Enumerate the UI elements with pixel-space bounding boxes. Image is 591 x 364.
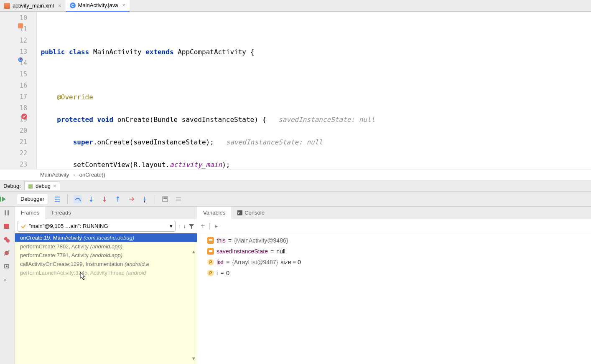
show-execution-point-icon[interactable]	[53, 195, 61, 203]
breadcrumb: MainActivity › onCreate()	[0, 169, 591, 180]
class-icon	[18, 23, 23, 29]
svg-marker-9	[143, 200, 146, 201]
resume-program-icon[interactable]	[0, 196, 15, 202]
debugger-tab[interactable]: Debugger	[17, 194, 48, 204]
svg-rect-11	[163, 197, 168, 202]
stop-icon[interactable]	[4, 223, 11, 231]
thread-selector[interactable]: "main"@9,105 …ain": RUNNING ▾	[18, 221, 176, 232]
more-icon[interactable]: »	[4, 277, 11, 284]
step-into-icon[interactable]	[87, 195, 95, 203]
scroll-down-icon[interactable]: ▾	[192, 355, 195, 361]
code-content[interactable]: public class MainActivity extends AppCom…	[37, 12, 591, 169]
debug-label: Debug:	[3, 183, 21, 189]
svg-marker-4	[2, 197, 6, 202]
console-tab[interactable]: Console	[231, 207, 270, 219]
evaluate-expression-icon[interactable]	[161, 195, 169, 203]
threads-tab[interactable]: Threads	[45, 207, 77, 219]
frame-item[interactable]: onCreate:19, MainActivity (com.lucashu.d…	[15, 233, 197, 242]
svg-rect-12	[163, 197, 167, 199]
variable-row[interactable]: P list = {ArrayList@9487} size = 0	[201, 257, 588, 268]
svg-rect-13	[5, 210, 6, 215]
close-icon[interactable]: ×	[58, 3, 61, 9]
object-icon	[207, 248, 214, 255]
run-to-cursor-icon[interactable]	[140, 195, 149, 203]
view-breakpoints-icon[interactable]	[4, 237, 11, 244]
svg-marker-5	[79, 200, 81, 202]
svg-rect-14	[8, 210, 9, 215]
svg-marker-8	[116, 196, 120, 198]
debug-panel-body: » Frames Threads "main"@9,105 …ain": RUN…	[0, 207, 591, 364]
breakpoint-icon[interactable]	[21, 113, 28, 120]
svg-point-17	[6, 239, 10, 243]
svg-rect-10	[144, 201, 145, 202]
file-tabs: activity_main.xml × C MainActivity.java …	[0, 0, 591, 12]
frame-item[interactable]: performCreate:7791, Activity (android.ap…	[15, 251, 197, 260]
tab-main-activity-java[interactable]: C MainActivity.java ×	[66, 0, 130, 12]
object-icon	[207, 237, 214, 244]
tab-label: MainActivity.java	[78, 2, 118, 8]
code-editor[interactable]: 1011121314151617181920212223242526272829…	[0, 12, 591, 169]
get-thread-dump-icon[interactable]	[4, 263, 11, 271]
frame-item[interactable]: performCreate:7802, Activity (android.ap…	[15, 242, 197, 251]
method-separator-icon	[18, 57, 23, 63]
svg-marker-7	[103, 200, 106, 202]
debug-toolbar: Debugger	[0, 192, 591, 207]
frame-item[interactable]: performLaunchActivity:3245, ActivityThre…	[15, 268, 197, 277]
prev-frame-icon[interactable]: ↑	[178, 223, 181, 229]
primitive-icon: P	[207, 259, 214, 265]
svg-point-21	[6, 265, 8, 267]
svg-rect-3	[0, 197, 1, 202]
trace-current-stream-chain-icon[interactable]	[174, 195, 183, 203]
svg-marker-6	[89, 200, 93, 202]
filter-icon[interactable]	[189, 223, 194, 229]
primitive-icon: P	[207, 270, 214, 276]
step-over-icon[interactable]	[74, 195, 82, 203]
frame-item[interactable]: callActivityOnCreate:1299, Instrumentati…	[15, 260, 197, 268]
variables-list: this = {MainActivity@9486} savedInstance…	[197, 233, 591, 364]
drop-frame-icon[interactable]	[127, 195, 135, 203]
force-step-into-icon[interactable]	[100, 195, 109, 203]
close-icon[interactable]: ×	[53, 183, 56, 189]
chevron-down-icon: ▾	[170, 223, 173, 229]
svg-marker-22	[189, 224, 194, 229]
variable-row[interactable]: P i = 0	[201, 268, 588, 278]
svg-rect-15	[4, 224, 9, 229]
variables-panel: Variables Console + │ ▸ this = {MainActi…	[197, 207, 591, 364]
scroll-up-icon[interactable]: ▴	[192, 248, 195, 255]
next-frame-icon[interactable]: ↓	[183, 223, 186, 229]
new-watch-icon[interactable]: +	[201, 222, 205, 230]
pause-program-icon[interactable]	[4, 210, 11, 217]
check-icon	[20, 223, 26, 229]
variable-row[interactable]: this = {MainActivity@9486}	[201, 235, 588, 246]
debug-left-rail: »	[0, 207, 15, 364]
mute-breakpoints-icon[interactable]	[4, 250, 11, 258]
tab-activity-main-xml[interactable]: activity_main.xml ×	[0, 0, 66, 12]
frames-list: onCreate:19, MainActivity (com.lucashu.d…	[15, 233, 197, 364]
console-icon	[237, 210, 243, 216]
variable-row[interactable]: savedInstanceState = null	[201, 246, 588, 257]
expand-icon[interactable]: ▸	[215, 223, 218, 229]
svg-rect-1	[18, 23, 23, 28]
frames-panel: Frames Threads "main"@9,105 …ain": RUNNI…	[15, 207, 197, 364]
debug-session-tab[interactable]: ▦ debug ×	[24, 181, 60, 190]
breadcrumb-method[interactable]: onCreate()	[79, 172, 105, 178]
line-number-gutter: 1011121314151617181920212223242526272829	[0, 12, 37, 169]
variables-tab[interactable]: Variables	[197, 207, 231, 219]
debug-tool-window-header: Debug: ▦ debug ×	[0, 180, 591, 192]
java-file-icon: C	[70, 3, 76, 8]
frames-tab[interactable]: Frames	[15, 207, 45, 219]
tab-label: activity_main.xml	[13, 3, 54, 9]
xml-file-icon	[4, 3, 10, 9]
android-icon: ▦	[28, 183, 33, 189]
step-out-icon[interactable]	[114, 195, 122, 203]
close-icon[interactable]: ×	[122, 2, 125, 8]
breadcrumb-class[interactable]: MainActivity	[40, 172, 69, 178]
